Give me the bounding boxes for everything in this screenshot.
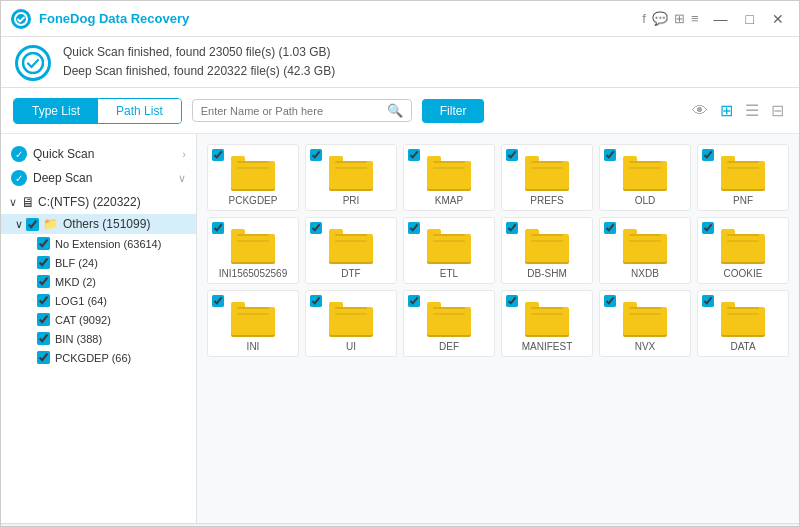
grid-view-icon[interactable]: ⊞ (717, 98, 736, 123)
chat-icon[interactable]: 💬 (652, 11, 668, 26)
sub-checkbox-2[interactable] (37, 275, 50, 288)
sidebar-others-folder[interactable]: ∨ 📁 Others (151099) (1, 214, 196, 234)
sub-checkbox-0[interactable] (37, 237, 50, 250)
file-item[interactable]: NVX (599, 290, 691, 357)
facebook-icon[interactable]: f (642, 11, 646, 26)
file-label: DEF (439, 341, 459, 352)
file-checkbox[interactable] (604, 222, 616, 234)
file-label: MANIFEST (522, 341, 573, 352)
deep-scan-label: Deep Scan (33, 171, 92, 185)
tab-type-list[interactable]: Type List (14, 99, 98, 123)
sub-item-1[interactable]: BLF (24) (9, 253, 196, 272)
file-item[interactable]: INI (207, 290, 299, 357)
file-item[interactable]: DEF (403, 290, 495, 357)
search-input[interactable] (201, 105, 387, 117)
file-item[interactable]: DATA (697, 290, 789, 357)
file-label: DATA (730, 341, 755, 352)
file-checkbox[interactable] (702, 295, 714, 307)
file-checkbox[interactable] (310, 149, 322, 161)
sub-checkbox-1[interactable] (37, 256, 50, 269)
file-checkbox[interactable] (506, 222, 518, 234)
file-item[interactable]: COOKIE (697, 217, 789, 284)
sidebar-drive[interactable]: ∨ 🖥 C:(NTFS) (220322) (1, 190, 196, 214)
svg-point-0 (15, 13, 27, 25)
menu-icon[interactable]: ≡ (691, 11, 699, 26)
file-checkbox[interactable] (506, 149, 518, 161)
sub-item-3[interactable]: LOG1 (64) (9, 291, 196, 310)
deep-scan-arrow: ∨ (178, 172, 186, 185)
folder-thumbnail (721, 153, 765, 191)
file-checkbox[interactable] (310, 222, 322, 234)
file-item[interactable]: UI (305, 290, 397, 357)
status-check-icon (15, 45, 51, 81)
file-checkbox[interactable] (604, 295, 616, 307)
file-checkbox[interactable] (212, 149, 224, 161)
detail-view-icon[interactable]: ⊟ (768, 98, 787, 123)
file-checkbox[interactable] (408, 222, 420, 234)
drive-expand-arrow: ∨ (9, 196, 17, 209)
file-item[interactable]: PNF (697, 144, 789, 211)
drive-label: C:(NTFS) (220322) (38, 195, 141, 209)
file-checkbox[interactable] (310, 295, 322, 307)
eye-icon[interactable]: 👁 (689, 99, 711, 123)
view-icons: 👁 ⊞ ☰ ⊟ (689, 98, 787, 123)
tab-buttons: Type List Path List (13, 98, 182, 124)
sub-checkbox-5[interactable] (37, 332, 50, 345)
file-checkbox[interactable] (506, 295, 518, 307)
folder-thumbnail (329, 153, 373, 191)
file-checkbox[interactable] (408, 149, 420, 161)
file-item[interactable]: PREFS (501, 144, 593, 211)
sub-checkbox-6[interactable] (37, 351, 50, 364)
file-label: PRI (343, 195, 360, 206)
sub-items: No Extension (63614) BLF (24) MKD (2) LO… (1, 234, 196, 367)
file-label: INI (247, 341, 260, 352)
others-checkbox[interactable] (26, 218, 39, 231)
file-item[interactable]: ETL (403, 217, 495, 284)
sub-item-0[interactable]: No Extension (63614) (9, 234, 196, 253)
grid-icon[interactable]: ⊞ (674, 11, 685, 26)
sidebar-quick-scan[interactable]: ✓ Quick Scan › (1, 142, 196, 166)
file-checkbox[interactable] (702, 149, 714, 161)
file-checkbox[interactable] (408, 295, 420, 307)
file-label: UI (346, 341, 356, 352)
sidebar-deep-scan[interactable]: ✓ Deep Scan ∨ (1, 166, 196, 190)
folder-thumbnail (525, 299, 569, 337)
file-item[interactable]: OLD (599, 144, 691, 211)
file-item[interactable]: MANIFEST (501, 290, 593, 357)
sub-item-6[interactable]: PCKGDEP (66) (9, 348, 196, 367)
sub-checkbox-4[interactable] (37, 313, 50, 326)
quick-scan-status: Quick Scan finished, found 23050 file(s)… (63, 43, 335, 62)
search-icon: 🔍 (387, 103, 403, 118)
file-checkbox[interactable] (212, 295, 224, 307)
sub-checkbox-3[interactable] (37, 294, 50, 307)
file-item[interactable]: INI1565052569 (207, 217, 299, 284)
file-checkbox[interactable] (702, 222, 714, 234)
minimize-button[interactable]: — (709, 9, 733, 29)
folder-icon: 📁 (43, 217, 58, 231)
file-item[interactable]: NXDB (599, 217, 691, 284)
file-label: COOKIE (724, 268, 763, 279)
file-checkbox[interactable] (604, 149, 616, 161)
filter-button[interactable]: Filter (422, 99, 485, 123)
maximize-button[interactable]: □ (741, 9, 759, 29)
folder-thumbnail (525, 153, 569, 191)
list-view-icon[interactable]: ☰ (742, 98, 762, 123)
folder-thumbnail (427, 299, 471, 337)
app-title: FoneDog Data Recovery (39, 11, 642, 26)
file-label: NXDB (631, 268, 659, 279)
file-checkbox[interactable] (212, 222, 224, 234)
file-item[interactable]: PCKGDEP (207, 144, 299, 211)
file-grid: PCKGDEP PRI KMAP (197, 134, 799, 523)
file-item[interactable]: DTF (305, 217, 397, 284)
folder-thumbnail (427, 226, 471, 264)
close-button[interactable]: ✕ (767, 9, 789, 29)
sub-item-2[interactable]: MKD (2) (9, 272, 196, 291)
file-item[interactable]: PRI (305, 144, 397, 211)
sub-label-4: CAT (9092) (55, 314, 111, 326)
folder-thumbnail (329, 226, 373, 264)
file-item[interactable]: DB-SHM (501, 217, 593, 284)
tab-path-list[interactable]: Path List (98, 99, 181, 123)
sub-item-4[interactable]: CAT (9092) (9, 310, 196, 329)
file-item[interactable]: KMAP (403, 144, 495, 211)
sub-item-5[interactable]: BIN (388) (9, 329, 196, 348)
